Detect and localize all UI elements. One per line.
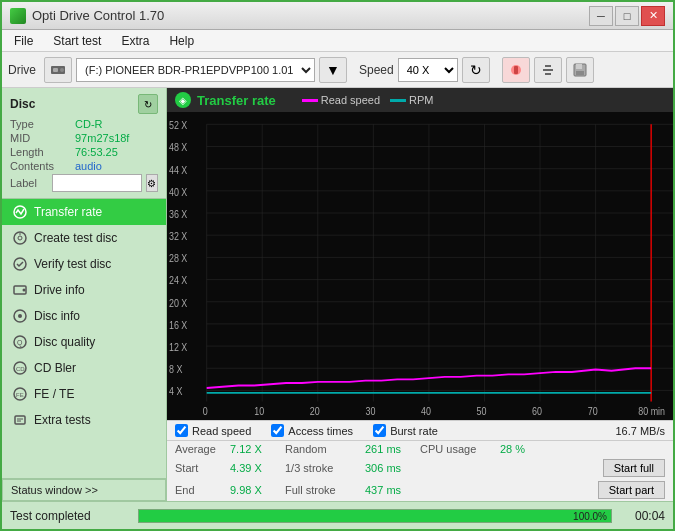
chart-area: 52 X 48 X 44 X 40 X 36 X 32 X 28 X 24 X … (167, 112, 673, 420)
svg-point-17 (23, 289, 26, 292)
progress-bar-fill (139, 510, 611, 522)
legend-rpm: RPM (390, 94, 433, 106)
svg-text:FE: FE (16, 392, 24, 398)
speed-label: Speed (359, 63, 394, 77)
read-speed-checkbox[interactable] (175, 424, 188, 437)
disc-title: Disc (10, 97, 35, 111)
cpu-usage-value: 28 % (500, 443, 665, 455)
menu-file[interactable]: File (6, 32, 41, 50)
contents-label: Contents (10, 160, 75, 172)
stats-row-end: End 9.98 X Full stroke 437 ms Start part (167, 479, 673, 501)
svg-text:44 X: 44 X (169, 164, 188, 176)
svg-rect-26 (15, 416, 25, 424)
menu-start-test[interactable]: Start test (45, 32, 109, 50)
label-input[interactable] (52, 174, 142, 192)
svg-text:CD: CD (16, 366, 25, 372)
svg-text:32 X: 32 X (169, 230, 188, 242)
nav-drive-info[interactable]: Drive info (2, 277, 166, 303)
mid-value: 97m27s18f (75, 132, 129, 144)
save-btn[interactable] (566, 57, 594, 83)
full-stroke-label: Full stroke (285, 484, 365, 496)
chart-legend: Read speed RPM (302, 94, 434, 106)
svg-text:30: 30 (365, 405, 375, 417)
read-speed-checkbox-label[interactable]: Read speed (175, 424, 251, 437)
titlebar-controls: ─ □ ✕ (589, 6, 665, 26)
tools-btn[interactable] (534, 57, 562, 83)
svg-text:60: 60 (532, 405, 542, 417)
verify-disc-icon (12, 256, 28, 272)
end-label: End (175, 484, 230, 496)
maximize-button[interactable]: □ (615, 6, 639, 26)
random-label: Random (285, 443, 365, 455)
erase-btn[interactable] (502, 57, 530, 83)
nav-disc-info[interactable]: Disc info (2, 303, 166, 329)
svg-rect-6 (545, 65, 551, 67)
speed-select[interactable]: 40 X (398, 58, 458, 82)
type-label: Type (10, 118, 75, 130)
svg-text:40: 40 (421, 405, 431, 417)
nav-fe-te-label: FE / TE (34, 387, 74, 401)
nav-drive-info-label: Drive info (34, 283, 85, 297)
svg-text:10: 10 (254, 405, 264, 417)
svg-rect-29 (167, 112, 673, 420)
transfer-rate-icon (12, 204, 28, 220)
nav-transfer-rate[interactable]: Transfer rate (2, 199, 166, 225)
bottom-bar: Test completed 100.0% 00:04 (2, 501, 673, 529)
nav-verify-test-disc[interactable]: Verify test disc (2, 251, 166, 277)
svg-text:12 X: 12 X (169, 341, 188, 353)
drive-refresh-btn[interactable]: ▼ (319, 57, 347, 83)
average-label: Average (175, 443, 230, 455)
svg-rect-10 (576, 71, 584, 75)
drive-icon-btn[interactable] (44, 57, 72, 83)
nav-disc-info-label: Disc info (34, 309, 80, 323)
chart-header: ◈ Transfer rate Read speed RPM (167, 88, 673, 112)
access-times-checkbox[interactable] (271, 424, 284, 437)
right-panel: ◈ Transfer rate Read speed RPM (167, 88, 673, 501)
drive-select[interactable]: (F:) PIONEER BDR-PR1EPDVPP100 1.01 (76, 58, 315, 82)
nav-create-test-disc[interactable]: Create test disc (2, 225, 166, 251)
status-window-btn[interactable]: Status window >> (2, 479, 166, 501)
svg-text:52 X: 52 X (169, 119, 188, 131)
svg-text:36 X: 36 X (169, 208, 188, 220)
one-third-label: 1/3 stroke (285, 462, 365, 474)
close-button[interactable]: ✕ (641, 6, 665, 26)
svg-text:16 X: 16 X (169, 319, 188, 331)
menu-extra[interactable]: Extra (113, 32, 157, 50)
main-window: Opti Drive Control 1.70 ─ □ ✕ File Start… (0, 0, 675, 531)
titlebar-left: Opti Drive Control 1.70 (10, 8, 164, 24)
nav-fe-te[interactable]: FE FE / TE (2, 381, 166, 407)
svg-text:50: 50 (477, 405, 487, 417)
start-full-button[interactable]: Start full (603, 459, 665, 477)
access-times-checkbox-label[interactable]: Access times (271, 424, 353, 437)
nav-cd-bler[interactable]: CD CD Bler (2, 355, 166, 381)
stats-row-average: Average 7.12 X Random 261 ms CPU usage 2… (167, 441, 673, 457)
menu-help[interactable]: Help (161, 32, 202, 50)
svg-point-2 (60, 68, 64, 72)
chart-svg: 52 X 48 X 44 X 40 X 36 X 32 X 28 X 24 X … (167, 112, 673, 420)
length-label: Length (10, 146, 75, 158)
start-label: Start (175, 462, 230, 474)
svg-text:70: 70 (588, 405, 598, 417)
time-text: 00:04 (620, 509, 665, 523)
stats-area: Average 7.12 X Random 261 ms CPU usage 2… (167, 440, 673, 501)
progress-bar: 100.0% (138, 509, 612, 523)
nav-disc-quality-label: Disc quality (34, 335, 95, 349)
nav-create-test-disc-label: Create test disc (34, 231, 117, 245)
burst-rate-checkbox-label[interactable]: Burst rate (373, 424, 438, 437)
speed-set-btn[interactable]: ↻ (462, 57, 490, 83)
legend-rpm-color (390, 99, 406, 102)
nav-extra-tests[interactable]: Extra tests (2, 407, 166, 433)
svg-text:Q: Q (17, 339, 23, 347)
burst-rate-checkbox[interactable] (373, 424, 386, 437)
drive-info-icon (12, 282, 28, 298)
nav-disc-quality[interactable]: Q Disc quality (2, 329, 166, 355)
checkboxes-row: Read speed Access times Burst rate 16.7 … (167, 420, 673, 440)
create-disc-icon (12, 230, 28, 246)
cpu-usage-label: CPU usage (420, 443, 500, 455)
disc-info-icon (12, 308, 28, 324)
disc-panel: Disc ↻ Type CD-R MID 97m27s18f Length 76… (2, 88, 166, 199)
start-part-button[interactable]: Start part (598, 481, 665, 499)
label-icon-btn[interactable]: ⚙ (146, 174, 158, 192)
disc-refresh-btn[interactable]: ↻ (138, 94, 158, 114)
minimize-button[interactable]: ─ (589, 6, 613, 26)
